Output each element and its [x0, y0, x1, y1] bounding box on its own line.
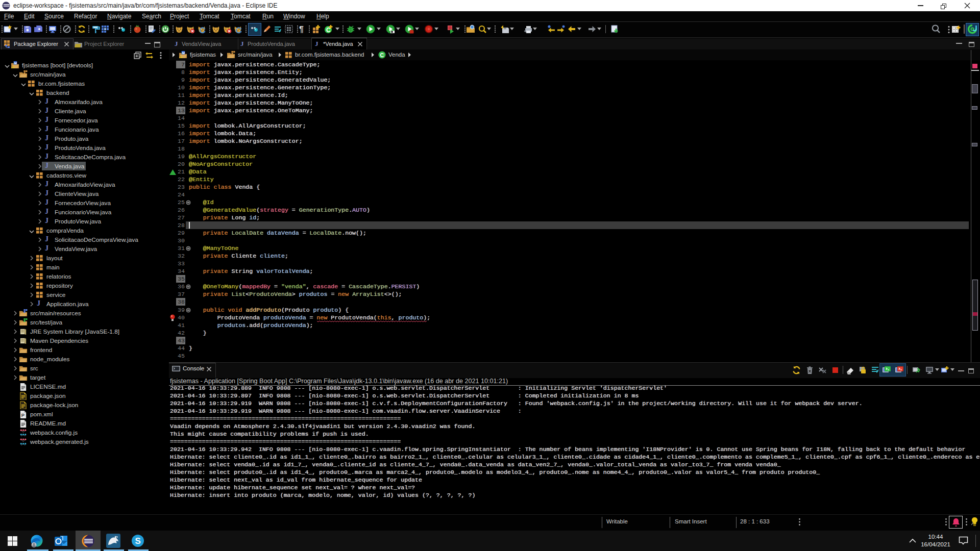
- svg-text:C: C: [380, 52, 384, 58]
- svg-text:P: P: [21, 412, 24, 418]
- svg-text:S: S: [135, 536, 141, 546]
- svg-text:!: !: [12, 66, 13, 69]
- svg-text:¶: ¶: [299, 25, 304, 34]
- svg-text:!: !: [180, 56, 181, 59]
- svg-text:M: M: [14, 61, 17, 65]
- svg-text:M: M: [182, 51, 185, 55]
